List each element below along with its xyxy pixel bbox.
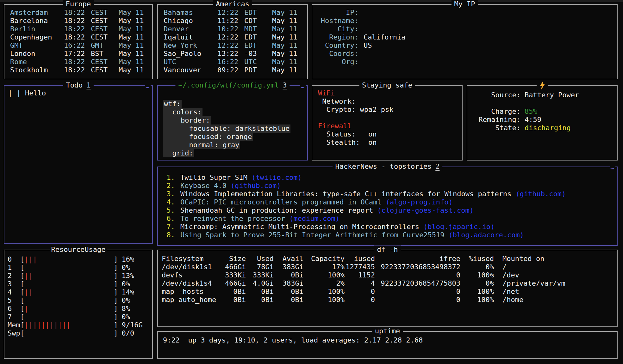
story-rank: 1. [161,173,175,182]
col-ifree: ifree [375,255,460,263]
clock-time: 13:22 [217,50,244,58]
cell-filesystem: /dev/disk1s4 [162,279,225,288]
todo-item[interactable]: | | Hello [8,89,152,97]
bar-open-bracket: [ [20,280,24,288]
uptime-panel: uptime 9:22 up 3 days, 19:10, 2 users, l… [157,331,618,359]
story-row[interactable]: 8. Using Spark to Prove 255-Bit Integer … [161,231,617,239]
clock-time: 16:22 [64,41,91,50]
cell-mounted-on: /home [494,296,617,304]
clock-city: Chicago [164,17,217,25]
security-panel: Staying safe WiFi Network: Crypto: wpa2-… [312,85,463,161]
todo-panel[interactable]: Todo1 … | | Hello [4,85,153,244]
story-row[interactable]: 6. To reinvent the processor(medium.com) [161,215,617,223]
story-title[interactable]: Shenandoah GC in production: experience … [180,206,373,214]
bar-close-bracket: ] [114,296,118,305]
security-line: Status: on [318,130,462,138]
story-rank: 7. [161,223,175,231]
clock-timezone: CEST [91,9,119,17]
story-title[interactable]: Microamp: Asymmetric Multi-Processing on… [180,223,419,231]
battery-value: discharging [525,124,617,132]
story-source-link[interactable]: (github.com) [515,190,566,198]
resource-value: 9/16G [122,321,143,329]
story-text: Twilio Super SIM(twilio.com) [180,173,617,182]
story-title[interactable]: To reinvent the processor [180,215,285,222]
story-title[interactable]: Windows Implementation Libraries: type-s… [180,190,511,198]
panel-title-text: My IP [454,0,475,8]
clock-timezone: CEST [91,17,119,25]
story-row[interactable]: 2. Keybase 4.0(github.com) [161,182,617,190]
clock-row: Copenhagen 18:22 CEST May 11 [10,33,152,41]
clock-row: Berlin 18:22 CEST May 11 [10,25,152,33]
clock-date: May 11 [119,58,152,66]
story-title[interactable]: Keybase 4.0 [180,182,227,190]
resource-bar: || [24,272,114,280]
story-source-link[interactable]: (twilio.com) [252,173,302,181]
ip-info-value [364,25,617,33]
clock-row: London 17:22 BST May 11 [10,50,152,58]
cell-avail: 0Bi [274,288,303,296]
panel-title-text: HackerNews - topstories [335,162,432,170]
ip-info-row: Org: [318,58,617,66]
story-title[interactable]: Twilio Super SIM [180,173,247,181]
security-line: Stealth: on [318,138,462,147]
panel-title: My IP [451,0,478,8]
cell-mounted-on: /net [494,288,617,296]
bar-open-bracket: [ [20,329,24,337]
story-source-link[interactable]: (algo-prog.info) [386,198,453,206]
clock-time: 18:22 [64,58,91,66]
bar-open-bracket: [ [20,313,24,321]
clock-list: Amsterdam 18:22 CEST May 11 Barcelona 18… [4,5,152,74]
ip-info-label: Org: [318,58,358,66]
cell-iused: 0 [345,288,375,296]
battery-value: 85% [525,107,617,116]
cell-percent-iused: 0% [460,263,494,271]
resource-row: Mem[|||||||||||]9/16G [8,321,152,329]
config-code-line: grid: [163,149,194,157]
battery-row: State: discharging [473,124,617,132]
story-row[interactable]: 4. OCaPIC: PIC microcontrollers programm… [161,198,617,206]
cell-iused: 1277435 [345,263,375,271]
cell-capacity: 100% [303,296,345,304]
panel-title-text: ResourceUsage [51,246,105,253]
hackernews-panel[interactable]: HackerNews - topstories2 … 1. Twilio Sup… [157,167,618,246]
story-row[interactable]: 5. Shenandoah GC in production: experien… [161,206,617,215]
clock-timezone: CEST [91,33,119,41]
col-filesystem: Filesystem [162,255,225,263]
ip-info-row: City: [318,25,617,33]
panel-index-badge: 1 [86,81,90,89]
story-row[interactable]: 7. Microamp: Asymmetric Multi-Processing… [161,223,617,231]
battery-value: 4:59 [525,116,617,124]
clock-date: May 11 [119,25,152,33]
panel-title: HackerNews - topstories2 [333,162,443,171]
story-source-link[interactable]: (github.com) [231,182,281,190]
cell-mounted-on: / [494,263,617,271]
resource-bar: | [24,305,114,313]
battery-value: Battery Power [525,91,617,99]
config-file-panel[interactable]: ~/.config/wtf/config.yml3 … wtf: colors:… [157,85,308,161]
resource-row: 2[||]13% [8,272,152,280]
story-rank: 8. [161,231,175,239]
bar-open-bracket: [ [20,321,24,329]
story-title[interactable]: Using Spark to Prove 255-Bit Integer Ari… [180,231,444,239]
story-source-link[interactable]: (blog.adacore.com) [448,231,524,239]
bar-open-bracket: [ [20,255,24,264]
bar-close-bracket: ] [114,264,118,272]
resource-bar: ||| [24,255,114,264]
clock-time: 11:22 [217,17,244,25]
story-source-link[interactable]: (blog.japaric.io) [423,223,495,231]
resource-bar [24,280,114,288]
resource-value: 8% [122,305,130,313]
story-row[interactable]: 3. Windows Implementation Libraries: typ… [161,190,617,198]
clock-city: Iqaluit [164,33,217,41]
story-source-link[interactable]: (clojure-goes-fast.com) [377,206,474,214]
story-row[interactable]: 1. Twilio Super SIM(twilio.com) [161,173,617,182]
panel-title: Todo1 [63,81,93,89]
story-source-link[interactable]: (medium.com) [289,215,340,222]
story-title[interactable]: OCaPIC: PIC microcontrollers programmed … [180,198,382,206]
col-size: Size [225,255,246,263]
cell-ifree: 0 [375,288,460,296]
cell-iused: 0 [345,296,375,304]
clock-city: Sao_Paolo [164,50,217,58]
clock-timezone: CEST [91,66,119,74]
clock-city: Rome [10,58,64,66]
